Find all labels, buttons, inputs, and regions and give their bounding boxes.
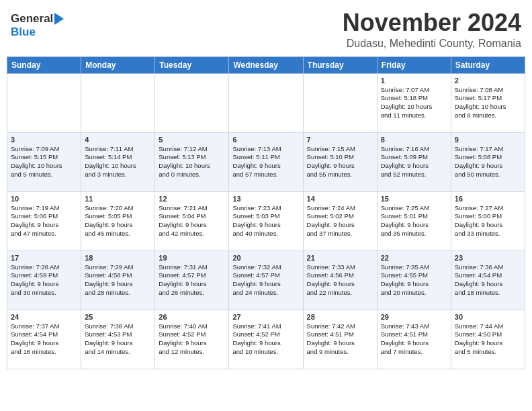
day-info: Sunrise: 7:07 AMSunset: 5:18 PMDaylight:… [381,86,433,119]
month-title: November 2024 [343,9,521,36]
day-info: Sunrise: 7:43 AMSunset: 4:51 PMDaylight:… [381,322,429,355]
calendar-day-cell [7,73,81,132]
day-info: Sunrise: 7:15 AMSunset: 5:10 PMDaylight:… [307,145,355,178]
calendar-day-cell: 7Sunrise: 7:15 AMSunset: 5:10 PMDaylight… [303,132,377,191]
calendar-day-cell: 10Sunrise: 7:19 AMSunset: 5:06 PMDayligh… [7,191,81,250]
day-info: Sunrise: 7:09 AMSunset: 5:15 PMDaylight:… [11,145,62,178]
day-number: 26 [159,313,225,321]
calendar-day-cell [155,73,229,132]
day-info: Sunrise: 7:20 AMSunset: 5:05 PMDaylight:… [85,204,133,237]
day-number: 19 [159,254,225,262]
calendar-day-cell: 26Sunrise: 7:40 AMSunset: 4:52 PMDayligh… [155,310,229,369]
calendar-week-row: 3Sunrise: 7:09 AMSunset: 5:15 PMDaylight… [7,132,525,191]
calendar-body: 1Sunrise: 7:07 AMSunset: 5:18 PMDaylight… [7,73,525,369]
calendar-day-cell: 24Sunrise: 7:37 AMSunset: 4:54 PMDayligh… [7,310,81,369]
calendar-week-row: 24Sunrise: 7:37 AMSunset: 4:54 PMDayligh… [7,310,525,369]
day-info: Sunrise: 7:24 AMSunset: 5:02 PMDaylight:… [307,204,355,237]
calendar-day-cell: 23Sunrise: 7:36 AMSunset: 4:54 PMDayligh… [451,250,525,310]
day-number: 11 [85,195,151,203]
day-number: 16 [455,195,521,203]
weekday-header-cell: Friday [377,56,451,73]
day-number: 27 [232,313,299,321]
calendar-day-cell: 12Sunrise: 7:21 AMSunset: 5:04 PMDayligh… [155,191,229,250]
day-info: Sunrise: 7:13 AMSunset: 5:11 PMDaylight:… [232,145,281,178]
calendar-day-cell: 14Sunrise: 7:24 AMSunset: 5:02 PMDayligh… [303,191,377,250]
calendar-day-cell: 2Sunrise: 7:08 AMSunset: 5:17 PMDaylight… [451,73,525,132]
calendar-day-cell: 19Sunrise: 7:31 AMSunset: 4:57 PMDayligh… [155,250,229,310]
day-number: 10 [11,195,77,203]
day-number: 21 [307,254,373,262]
calendar-week-row: 10Sunrise: 7:19 AMSunset: 5:06 PMDayligh… [7,191,525,250]
day-number: 4 [85,136,151,144]
day-number: 9 [455,136,521,144]
day-info: Sunrise: 7:38 AMSunset: 4:53 PMDaylight:… [85,322,133,355]
calendar-day-cell: 11Sunrise: 7:20 AMSunset: 5:05 PMDayligh… [81,191,155,250]
calendar-day-cell: 15Sunrise: 7:25 AMSunset: 5:01 PMDayligh… [377,191,451,250]
day-info: Sunrise: 7:21 AMSunset: 5:04 PMDaylight:… [159,204,207,237]
day-info: Sunrise: 7:44 AMSunset: 4:50 PMDaylight:… [455,322,503,355]
calendar-day-cell: 18Sunrise: 7:29 AMSunset: 4:58 PMDayligh… [81,250,155,310]
day-number: 2 [455,77,521,85]
day-number: 14 [307,195,373,203]
calendar-day-cell: 1Sunrise: 7:07 AMSunset: 5:18 PMDaylight… [377,73,451,132]
day-info: Sunrise: 7:17 AMSunset: 5:08 PMDaylight:… [455,145,503,178]
calendar-day-cell: 29Sunrise: 7:43 AMSunset: 4:51 PMDayligh… [377,310,451,369]
day-info: Sunrise: 7:11 AMSunset: 5:14 PMDaylight:… [85,145,136,178]
calendar-day-cell: 5Sunrise: 7:12 AMSunset: 5:13 PMDaylight… [155,132,229,191]
day-number: 20 [232,254,299,262]
calendar-day-cell: 25Sunrise: 7:38 AMSunset: 4:53 PMDayligh… [81,310,155,369]
day-info: Sunrise: 7:31 AMSunset: 4:57 PMDaylight:… [159,263,207,296]
day-number: 30 [455,313,521,321]
day-info: Sunrise: 7:37 AMSunset: 4:54 PMDaylight:… [11,322,59,355]
calendar-day-cell: 3Sunrise: 7:09 AMSunset: 5:15 PMDaylight… [7,132,81,191]
day-info: Sunrise: 7:16 AMSunset: 5:09 PMDaylight:… [381,145,429,178]
logo-general-text: General [11,12,53,26]
location-title: Dudasu, Mehedinti County, Romania [343,38,521,50]
calendar-day-cell [303,73,377,132]
weekday-header-cell: Tuesday [155,56,229,73]
day-number: 12 [159,195,225,203]
day-number: 3 [11,136,77,144]
calendar-day-cell: 4Sunrise: 7:11 AMSunset: 5:14 PMDaylight… [81,132,155,191]
day-number: 29 [381,313,447,321]
calendar-day-cell: 22Sunrise: 7:35 AMSunset: 4:55 PMDayligh… [377,250,451,310]
day-info: Sunrise: 7:35 AMSunset: 4:55 PMDaylight:… [381,263,429,296]
day-info: Sunrise: 7:36 AMSunset: 4:54 PMDaylight:… [455,263,503,296]
calendar-day-cell [81,73,155,132]
calendar-day-cell: 13Sunrise: 7:23 AMSunset: 5:03 PMDayligh… [229,191,303,250]
calendar-day-cell: 30Sunrise: 7:44 AMSunset: 4:50 PMDayligh… [451,310,525,369]
calendar-day-cell: 16Sunrise: 7:27 AMSunset: 5:00 PMDayligh… [451,191,525,250]
day-info: Sunrise: 7:40 AMSunset: 4:52 PMDaylight:… [159,322,207,355]
weekday-header-row: SundayMondayTuesdayWednesdayThursdayFrid… [7,56,525,73]
day-number: 22 [381,254,447,262]
day-number: 8 [381,136,447,144]
day-info: Sunrise: 7:19 AMSunset: 5:06 PMDaylight:… [11,204,59,237]
logo: General Blue [11,12,64,39]
title-block: November 2024 Dudasu, Mehedinti County, … [343,9,521,50]
day-info: Sunrise: 7:33 AMSunset: 4:56 PMDaylight:… [307,263,355,296]
day-number: 24 [11,313,77,321]
day-info: Sunrise: 7:41 AMSunset: 4:52 PMDaylight:… [232,322,281,355]
day-number: 7 [307,136,373,144]
weekday-header-cell: Thursday [303,56,377,73]
weekday-header-cell: Saturday [451,56,525,73]
calendar-day-cell: 6Sunrise: 7:13 AMSunset: 5:11 PMDaylight… [229,132,303,191]
calendar-table: SundayMondayTuesdayWednesdayThursdayFrid… [7,56,525,369]
day-number: 23 [455,254,521,262]
day-info: Sunrise: 7:23 AMSunset: 5:03 PMDaylight:… [232,204,281,237]
day-info: Sunrise: 7:32 AMSunset: 4:57 PMDaylight:… [232,263,281,296]
day-number: 15 [381,195,447,203]
calendar-day-cell: 28Sunrise: 7:42 AMSunset: 4:51 PMDayligh… [303,310,377,369]
calendar-day-cell: 9Sunrise: 7:17 AMSunset: 5:08 PMDaylight… [451,132,525,191]
weekday-header-cell: Wednesday [229,56,303,73]
day-info: Sunrise: 7:28 AMSunset: 4:59 PMDaylight:… [11,263,59,296]
day-number: 13 [232,195,299,203]
day-number: 5 [159,136,225,144]
day-number: 1 [381,77,447,85]
day-number: 25 [85,313,151,321]
weekday-header-cell: Monday [81,56,155,73]
page-header: General Blue November 2024 Dudasu, Mehed… [7,7,525,52]
calendar-day-cell: 20Sunrise: 7:32 AMSunset: 4:57 PMDayligh… [229,250,303,310]
calendar-week-row: 1Sunrise: 7:07 AMSunset: 5:18 PMDaylight… [7,73,525,132]
day-number: 17 [11,254,77,262]
